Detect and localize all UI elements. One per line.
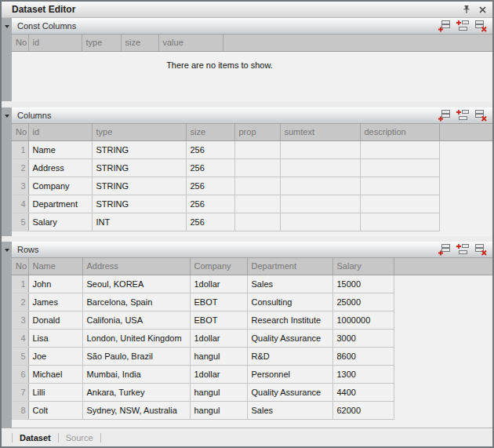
delete-row-icon[interactable]	[473, 243, 487, 256]
cell-name[interactable]: John	[28, 275, 82, 293]
cell-type[interactable]: STRING	[92, 177, 186, 195]
cell-size[interactable]: 256	[186, 195, 234, 213]
cell-type[interactable]: STRING	[92, 141, 186, 159]
cell-address[interactable]: Barcelona, Spain	[82, 293, 190, 311]
row-number-cell[interactable]: 3	[12, 311, 28, 330]
delete-row-icon[interactable]	[473, 109, 487, 122]
cell-sumtext[interactable]	[280, 141, 360, 159]
const-columns-collapse-button[interactable]	[2, 18, 12, 35]
cell-description[interactable]	[360, 195, 439, 213]
cell-department[interactable]: Sales	[247, 275, 332, 293]
row-number-cell[interactable]: 1	[12, 141, 28, 159]
cell-type[interactable]: INT	[92, 213, 186, 231]
cell-department[interactable]: Sales	[247, 402, 332, 420]
cell-sumtext[interactable]	[280, 177, 360, 195]
tab-source[interactable]: Source	[66, 433, 93, 443]
cell-department[interactable]: R&D	[247, 348, 332, 366]
cell-name[interactable]: Lisa	[28, 330, 82, 348]
cell-id[interactable]: Salary	[28, 213, 92, 231]
row-number-cell[interactable]: 3	[12, 177, 28, 195]
cell-salary[interactable]: 8600	[332, 348, 394, 366]
insert-row-icon[interactable]	[455, 243, 469, 256]
cell-description[interactable]	[360, 177, 439, 195]
cell-salary[interactable]: 15000	[332, 275, 394, 293]
cell-size[interactable]: 256	[186, 213, 234, 231]
cell-prop[interactable]	[234, 159, 280, 177]
cell-salary[interactable]: 62000	[332, 402, 394, 420]
cell-prop[interactable]	[234, 213, 280, 231]
row-number-cell[interactable]: 8	[12, 402, 28, 420]
cell-company[interactable]: 1dollar	[190, 330, 247, 348]
cell-company[interactable]: hangul	[190, 402, 247, 420]
cell-address[interactable]: Seoul, KOREA	[82, 275, 190, 293]
cell-company[interactable]: hangul	[190, 348, 247, 366]
cell-description[interactable]	[360, 159, 439, 177]
cell-salary[interactable]: 25000	[332, 293, 394, 311]
cell-id[interactable]: Name	[28, 141, 92, 159]
cell-department[interactable]: Consulting	[247, 293, 332, 311]
cell-name[interactable]: James	[28, 293, 82, 311]
row-number-cell[interactable]: 5	[12, 348, 28, 366]
cell-description[interactable]	[360, 141, 439, 159]
pin-icon[interactable]	[461, 4, 472, 15]
cell-department[interactable]: Research Institute	[247, 311, 332, 330]
cell-id[interactable]: Company	[28, 177, 92, 195]
cell-id[interactable]: Address	[28, 159, 92, 177]
cell-sumtext[interactable]	[280, 195, 360, 213]
cell-company[interactable]: 1dollar	[190, 366, 247, 384]
const-columns-grid: No id type size value There are no items…	[12, 35, 492, 101]
row-number-cell[interactable]: 4	[12, 330, 28, 348]
cell-type[interactable]: STRING	[92, 195, 186, 213]
cell-department[interactable]: Personnel	[247, 366, 332, 384]
cell-salary[interactable]: 1000000	[332, 311, 394, 330]
cell-name[interactable]: Michael	[28, 366, 82, 384]
cell-salary[interactable]: 4400	[332, 384, 394, 402]
insert-row-icon[interactable]	[455, 109, 469, 122]
row-number-cell[interactable]: 6	[12, 366, 28, 384]
cell-name[interactable]: Colt	[28, 402, 82, 420]
add-row-icon[interactable]	[437, 243, 451, 256]
add-row-icon[interactable]	[437, 20, 451, 32]
cell-id[interactable]: Department	[28, 195, 92, 213]
row-number-cell[interactable]: 5	[12, 213, 28, 231]
cell-address[interactable]: London, United Kingdom	[82, 330, 190, 348]
cell-address[interactable]: Califonia, USA	[82, 311, 190, 330]
cell-prop[interactable]	[234, 177, 280, 195]
cell-address[interactable]: São Paulo, Brazil	[82, 348, 190, 366]
cell-address[interactable]: Ankara, Turkey	[82, 384, 190, 402]
rows-collapse-button[interactable]	[2, 242, 12, 258]
tab-dataset[interactable]: Dataset	[20, 433, 51, 443]
add-row-icon[interactable]	[437, 109, 451, 122]
close-icon[interactable]	[477, 4, 488, 15]
cell-sumtext[interactable]	[280, 159, 360, 177]
cell-salary[interactable]: 1300	[332, 366, 394, 384]
delete-row-icon[interactable]	[473, 20, 487, 32]
cell-sumtext[interactable]	[280, 213, 360, 231]
cell-name[interactable]: Lilli	[28, 384, 82, 402]
cell-company[interactable]: hangul	[190, 384, 247, 402]
cell-department[interactable]: Quality Assurance	[247, 384, 332, 402]
cell-name[interactable]: Donald	[28, 311, 82, 330]
cell-department[interactable]: Quality Assurance	[247, 330, 332, 348]
cell-company[interactable]: EBOT	[190, 293, 247, 311]
row-number-cell[interactable]: 4	[12, 195, 28, 213]
cell-size[interactable]: 256	[186, 159, 234, 177]
columns-collapse-button[interactable]	[2, 107, 12, 124]
row-number-cell[interactable]: 2	[12, 293, 28, 311]
cell-name[interactable]: Joe	[28, 348, 82, 366]
cell-company[interactable]: 1dollar	[190, 275, 247, 293]
cell-address[interactable]: Mumbai, India	[82, 366, 190, 384]
row-number-cell[interactable]: 2	[12, 159, 28, 177]
insert-row-icon[interactable]	[455, 20, 469, 32]
cell-prop[interactable]	[234, 195, 280, 213]
cell-type[interactable]: STRING	[92, 159, 186, 177]
cell-salary[interactable]: 3000	[332, 330, 394, 348]
cell-size[interactable]: 256	[186, 141, 234, 159]
row-number-cell[interactable]: 7	[12, 384, 28, 402]
cell-description[interactable]	[360, 213, 439, 231]
cell-size[interactable]: 256	[186, 177, 234, 195]
cell-address[interactable]: Sydney, NSW, Australia	[82, 402, 190, 420]
cell-prop[interactable]	[234, 141, 280, 159]
row-number-cell[interactable]: 1	[12, 275, 28, 293]
cell-company[interactable]: EBOT	[190, 311, 247, 330]
